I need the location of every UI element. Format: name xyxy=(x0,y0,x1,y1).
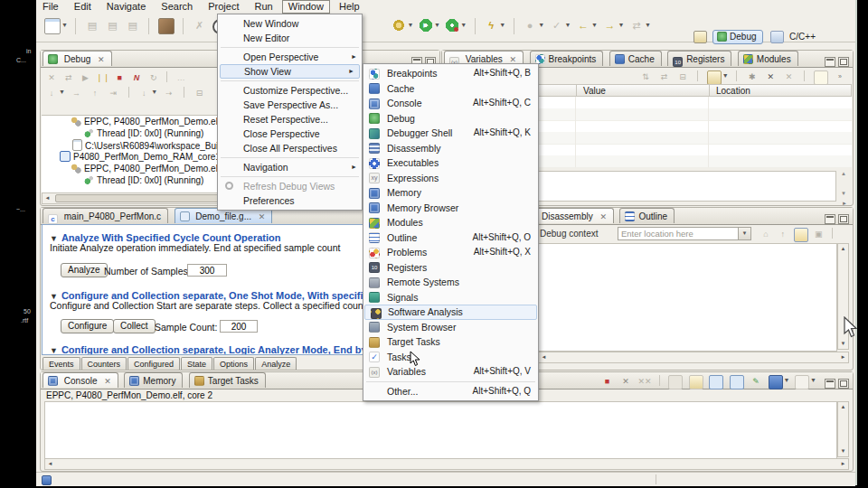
menu-item-show-view[interactable]: Show View► xyxy=(220,64,360,79)
console-hscrollbar[interactable]: ◄ ► xyxy=(44,458,849,470)
annotation-icon[interactable]: ✓ xyxy=(550,18,564,33)
scope-dropdown-icon[interactable]: ▼ xyxy=(722,69,729,83)
scroll-down-icon[interactable]: ▼ xyxy=(838,191,849,196)
collapse-all-icon[interactable]: ⊟ xyxy=(676,70,689,83)
tab-events[interactable]: Events xyxy=(42,357,80,370)
submenu-item-software-analysis[interactable]: Software Analysis xyxy=(364,305,537,320)
run-icon[interactable]: ▶ xyxy=(419,18,433,33)
external-tools-dropdown-icon[interactable]: ▼ xyxy=(499,18,505,33)
show-stderr-toggle[interactable] xyxy=(730,375,744,389)
show-stdout-toggle[interactable] xyxy=(709,375,723,389)
scroll-down-icon[interactable]: ▼ xyxy=(838,339,848,349)
scroll-right-icon[interactable]: ► xyxy=(838,352,848,362)
menu-item-new-window[interactable]: New Window xyxy=(218,16,362,31)
submenu-item-debug[interactable]: Debug xyxy=(363,111,538,127)
resume-icon[interactable]: ▶ xyxy=(80,71,92,84)
submenu-item-debugger-shell[interactable]: Debugger ShellAlt+Shift+Q, K xyxy=(363,126,538,141)
submenu-item-tasks[interactable]: ✓Tasks xyxy=(363,350,538,365)
submenu-item-breakpoints[interactable]: BreakpointsAlt+Shift+Q, B xyxy=(363,66,538,81)
submenu-item-problems[interactable]: ProblemsAlt+Shift+Q, X xyxy=(363,245,538,260)
menu-item-close-perspective[interactable]: Close Perspective xyxy=(218,127,362,141)
tab-disassembly[interactable]: Disassembly ✕ xyxy=(536,208,614,223)
submenu-item-remote-systems[interactable]: Remote Systems xyxy=(363,275,538,290)
scroll-down-icon[interactable]: ▼ xyxy=(838,446,848,456)
collapse-all-icon[interactable]: ⊟ xyxy=(193,87,206,99)
annotation-dropdown-icon[interactable]: ▼ xyxy=(565,18,571,33)
last-edit-dropdown-icon[interactable]: ▼ xyxy=(538,18,544,33)
instruction-step-icon[interactable]: ⇥ xyxy=(107,87,119,99)
location-combo[interactable]: Enter location here ▼ xyxy=(618,227,751,240)
scroll-left-icon[interactable]: ◄ xyxy=(45,459,55,469)
run-dropdown-icon[interactable]: ▼ xyxy=(434,18,440,33)
menu-item-preferences[interactable]: Preferences xyxy=(218,193,362,208)
menu-item-reset-perspective[interactable]: Reset Perspective... xyxy=(218,112,362,127)
submenu-item-cache[interactable]: Cache xyxy=(363,81,538,97)
open-perspective-icon[interactable] xyxy=(693,31,707,43)
menu-navigate[interactable]: Navigate xyxy=(100,0,152,14)
scroll-up-icon[interactable]: ▲ xyxy=(838,171,849,176)
menu-item-customize-perspective[interactable]: Customize Perspective... xyxy=(218,83,362,98)
submenu-item-memory[interactable]: Memory xyxy=(363,185,538,201)
disassembly-content[interactable] xyxy=(538,243,837,352)
menu-item-save-perspective-as[interactable]: Save Perspective As... xyxy=(218,98,362,112)
samples-input[interactable] xyxy=(187,264,227,277)
maximize-icon[interactable] xyxy=(838,57,849,67)
step-into-icon[interactable]: ↓ xyxy=(45,87,58,99)
scroll-right-icon[interactable]: ► xyxy=(842,201,847,206)
configure-button[interactable]: Configure xyxy=(61,319,114,333)
step-mode-dropdown-icon[interactable]: ▼ xyxy=(151,85,157,99)
pin-console-icon[interactable]: ✎ xyxy=(750,375,762,388)
scope-icon[interactable] xyxy=(707,70,722,85)
submenu-item-registers[interactable]: 10Registers xyxy=(363,260,538,276)
submenu-item-console[interactable]: ConsoleAlt+Shift+Q, C xyxy=(363,96,538,111)
terminate-icon[interactable]: ■ xyxy=(113,71,126,84)
new-wizard-icon[interactable] xyxy=(44,18,61,34)
show-logical-structure-icon[interactable]: ⇄ xyxy=(657,70,670,83)
tab-registers[interactable]: 10Registers xyxy=(667,51,731,66)
show-type-names-icon[interactable]: ⇅ xyxy=(639,70,652,83)
close-icon[interactable]: ✕ xyxy=(599,212,607,221)
cpp-perspective-icon[interactable] xyxy=(770,31,784,43)
tab-analyze[interactable]: Analyze xyxy=(255,357,297,370)
submenu-item-executables[interactable]: Executables xyxy=(363,155,538,171)
view-menu-icon[interactable] xyxy=(814,70,828,85)
submenu-item-memory-browser[interactable]: Memory Browser xyxy=(363,201,538,216)
submenu-item-disassembly[interactable]: Disassembly xyxy=(363,141,538,156)
scroll-right-icon[interactable]: ► xyxy=(838,459,848,469)
disassembly-hscrollbar[interactable]: ◄ ► xyxy=(538,352,849,363)
submenu-item-target-tasks[interactable]: Target Tasks xyxy=(363,334,538,350)
tab-memory[interactable]: Memory xyxy=(124,372,183,388)
display-selected-dropdown-icon[interactable]: ▼ xyxy=(810,373,816,388)
detail-scrollbar[interactable]: ▲ ▼ xyxy=(838,171,849,200)
build-icon[interactable] xyxy=(158,18,175,34)
scroll-left-icon[interactable]: ◄ xyxy=(539,352,549,362)
menu-item-navigation[interactable]: Navigation► xyxy=(218,160,362,174)
tab-configured[interactable]: Configured xyxy=(127,357,180,370)
external-tools-icon[interactable]: ϟ xyxy=(484,18,498,33)
debug-config-icon[interactable] xyxy=(392,18,406,33)
tab-modules[interactable]: Modules xyxy=(738,51,798,66)
suspend-icon[interactable]: ❘❘ xyxy=(96,71,108,84)
close-icon[interactable]: ✕ xyxy=(98,55,105,64)
scroll-lock-icon[interactable] xyxy=(689,375,703,389)
console-output[interactable] xyxy=(44,401,837,459)
menu-edit[interactable]: Edit xyxy=(68,0,98,14)
perspective-debug-button[interactable]: Debug xyxy=(712,30,762,44)
menu-item-open-perspective[interactable]: Open Perspective► xyxy=(218,50,362,64)
run-last-dropdown-icon[interactable]: ▼ xyxy=(460,18,467,33)
open-console-dropdown-icon[interactable]: ▼ xyxy=(784,373,790,388)
view-chevron-icon[interactable]: » xyxy=(834,70,846,83)
maximize-icon[interactable] xyxy=(838,379,849,389)
column-header-location[interactable]: Location xyxy=(716,86,750,96)
tab-debug[interactable]: Debug ✕ xyxy=(42,51,112,66)
scroll-up-icon[interactable]: ▲ xyxy=(838,244,848,254)
forward-dropdown-icon[interactable]: ▼ xyxy=(618,18,625,33)
lock-icon[interactable]: ▣ xyxy=(812,228,825,240)
scroll-up-icon[interactable]: ▲ xyxy=(838,402,848,412)
run-last-icon[interactable] xyxy=(445,18,459,33)
clear-console-icon[interactable] xyxy=(668,375,683,389)
tab-main-file[interactable]: c main_P4080_PerfMon.c xyxy=(42,208,168,223)
menu-help[interactable]: Help xyxy=(333,0,366,14)
display-selected-icon[interactable] xyxy=(795,375,809,389)
submenu-item-outline[interactable]: OutlineAlt+Shift+Q, O xyxy=(363,230,538,246)
